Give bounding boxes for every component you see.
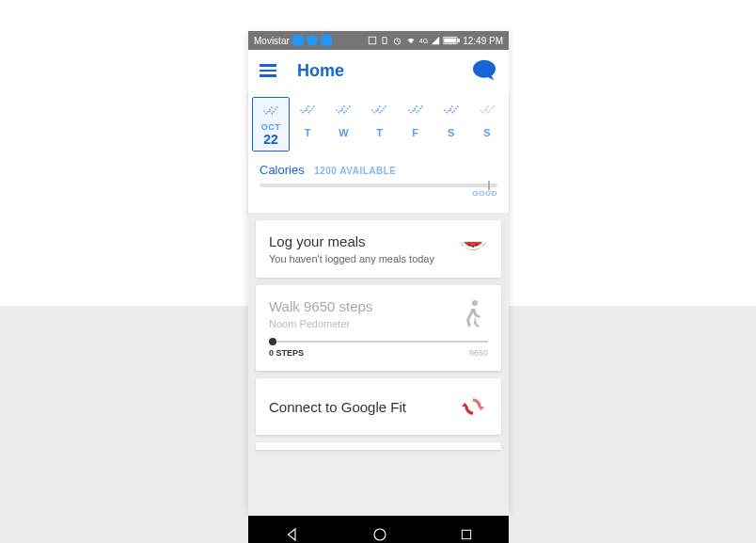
home-button[interactable] [371,526,388,543]
calories-quality: GOOD [248,189,509,203]
day-letter: W [327,127,359,138]
sync-icon [458,391,488,422]
svg-rect-12 [462,530,470,538]
svg-rect-5 [458,39,460,42]
day-item[interactable]: W [325,97,361,152]
menu-icon[interactable] [260,64,280,77]
day-selected[interactable]: OCT 22 [252,97,290,152]
signal-icon [431,36,440,45]
alarm-icon [392,36,402,46]
svg-rect-4 [444,39,456,43]
check-icon [471,101,503,118]
wifi-icon [405,36,417,45]
days-row: OCT 22 T W T F [248,97,509,152]
card-subtitle: Noom Pedometer [269,318,372,329]
month-label: OCT [255,122,287,132]
page-title: Home [297,61,471,81]
app-bar: Home [248,50,509,91]
battery-icon [443,36,460,45]
walking-icon [458,299,488,329]
day-item[interactable]: F [398,97,433,152]
svg-point-8 [472,246,474,248]
calories-progress [260,184,497,187]
next-card-peek [256,442,501,450]
svg-rect-1 [383,38,386,44]
day-letter: S [435,127,467,138]
day-item[interactable]: S [433,97,469,152]
recent-button[interactable] [459,527,474,542]
calories-label: Calories [260,163,305,177]
phone-frame: Movistar 4G 12:49 PM Home OC [248,31,509,512]
cards-area: Log your meals You haven't logged any me… [248,213,509,516]
steps-card[interactable]: Walk 9650 steps Noom Pedometer 0 STEPS 9… [256,285,501,371]
check-icon [363,101,395,118]
day-item[interactable]: T [290,97,325,152]
google-fit-card[interactable]: Connect to Google Fit [256,378,501,435]
status-bar: Movistar 4G 12:49 PM [248,31,509,50]
card-title: Log your meals [269,233,434,249]
svg-rect-0 [369,37,376,44]
check-icon [327,101,359,118]
svg-point-6 [473,60,496,78]
date-label: 22 [255,132,287,147]
steps-current: 0 STEPS [269,348,304,358]
svg-point-11 [374,529,386,540]
watermelon-icon [458,234,488,264]
card-title: Walk 9650 steps [269,298,372,314]
day-letter: S [471,127,503,138]
day-letter: F [400,127,432,138]
carrier-label: Movistar [254,36,290,46]
calories-row: Calories 1200 AVAILABLE [248,152,509,180]
day-letter: T [363,127,395,138]
day-letter: T [291,127,323,138]
back-button[interactable] [284,526,301,543]
check-icon [400,101,432,118]
svg-point-7 [468,244,470,246]
android-nav-bar [248,516,509,543]
chat-icon[interactable] [471,59,497,82]
steps-progress [269,341,488,343]
network-4g-label: 4G [419,38,428,44]
svg-point-9 [476,244,478,246]
steps-goal: 9650 [469,348,488,358]
status-notif-icon [307,35,318,46]
check-icon [255,102,287,119]
card-subtitle: You haven't logged any meals today [269,253,434,264]
vibrate-icon [380,36,389,45]
week-card: OCT 22 T W T F [248,91,509,213]
card-title: Connect to Google Fit [269,399,406,415]
check-icon [291,101,323,118]
calories-available: 1200 AVAILABLE [314,166,396,176]
check-icon [435,101,467,118]
day-item[interactable]: S [469,97,505,152]
svg-point-10 [472,300,478,306]
day-item[interactable]: T [361,97,397,152]
status-notif-icon [292,35,304,46]
log-meals-card[interactable]: Log your meals You haven't logged any me… [256,220,501,278]
time-label: 12:49 PM [463,36,503,46]
status-notif-icon [321,35,332,46]
nfc-icon [368,36,377,45]
